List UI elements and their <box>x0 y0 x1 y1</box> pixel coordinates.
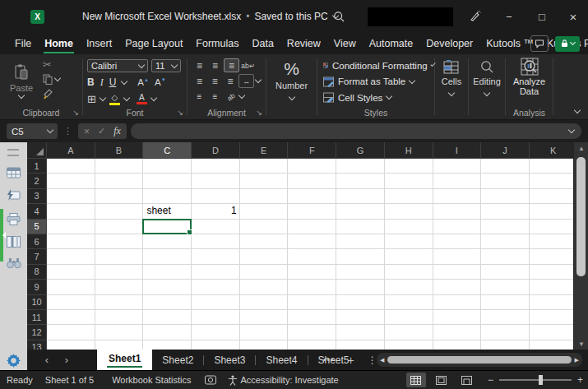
row-header-11[interactable]: 11 <box>27 310 47 325</box>
cell-F3[interactable] <box>288 189 336 204</box>
cell-K6[interactable] <box>530 234 573 249</box>
sheet-tab-sheet4[interactable]: Sheet4 <box>256 350 307 370</box>
format-painter-button[interactable] <box>43 89 60 100</box>
row-header-7[interactable]: 7 <box>27 249 47 264</box>
cell-A6[interactable] <box>47 234 95 249</box>
clipboard-dialog-launcher[interactable]: ↘ <box>72 109 79 117</box>
minimize-button[interactable]: − <box>493 0 525 33</box>
expand-formula-bar-chevron-icon[interactable] <box>568 127 575 133</box>
column-header-H[interactable]: H <box>385 142 433 159</box>
menu-tab-home[interactable]: Home <box>38 34 80 53</box>
cell-C7[interactable] <box>143 249 192 264</box>
bottom-align-button[interactable]: ≡ <box>224 58 239 72</box>
cell-D9[interactable] <box>192 280 240 294</box>
horizontal-scroll-thumb[interactable] <box>387 356 571 364</box>
cell-C13[interactable] <box>143 340 192 350</box>
page-break-view-button[interactable] <box>457 373 477 387</box>
column-header-J[interactable]: J <box>481 142 530 159</box>
cell-F13[interactable] <box>288 340 336 350</box>
cell-E5[interactable] <box>240 220 289 234</box>
align-right-button[interactable]: ≡ <box>224 75 238 87</box>
cell-E10[interactable] <box>240 295 289 310</box>
cell-D2[interactable] <box>192 174 240 188</box>
font-name-select[interactable]: Calibri <box>87 59 148 72</box>
middle-align-button[interactable]: ≡ <box>208 59 222 72</box>
cell-C11[interactable] <box>143 310 192 325</box>
menu-tab-review[interactable]: Review <box>280 34 327 53</box>
cell-J3[interactable] <box>481 189 530 204</box>
cell-J7[interactable] <box>481 249 530 264</box>
cell-I1[interactable] <box>433 159 482 174</box>
cell-G3[interactable] <box>336 189 385 204</box>
column-header-K[interactable]: K <box>530 142 573 159</box>
cell-H5[interactable] <box>385 220 433 234</box>
camera-icon[interactable] <box>205 375 216 385</box>
binoculars-pane-icon[interactable] <box>7 257 21 272</box>
cell-D3[interactable] <box>192 189 240 204</box>
cell-J12[interactable] <box>481 325 530 340</box>
cell-E11[interactable] <box>240 310 289 325</box>
row-header-9[interactable]: 9 <box>27 280 47 294</box>
cell-K9[interactable] <box>530 280 573 294</box>
cell-E4[interactable] <box>240 204 289 219</box>
chevron-down-icon[interactable] <box>255 76 262 83</box>
cell-H11[interactable] <box>385 310 433 325</box>
row-header-1[interactable]: 1 <box>27 159 47 174</box>
excel-app-icon[interactable]: X <box>30 10 44 24</box>
cell-K1[interactable] <box>530 159 573 174</box>
cell-C5[interactable] <box>143 220 192 234</box>
column-header-B[interactable]: B <box>95 142 144 159</box>
cell-K10[interactable] <box>530 295 573 310</box>
pen-icon[interactable] <box>469 10 481 25</box>
analyze-data-button[interactable]: Analyze Data <box>506 58 553 96</box>
cell-G8[interactable] <box>336 265 385 280</box>
cell-A13[interactable] <box>47 340 95 350</box>
previous-sheet-arrow[interactable]: ‹ <box>39 350 55 370</box>
zoom-slider[interactable] <box>499 379 572 381</box>
cell-I11[interactable] <box>433 310 482 325</box>
vertical-scrollbar[interactable]: ▲ ▼ <box>573 142 588 350</box>
cell-J13[interactable] <box>481 340 530 350</box>
bold-button[interactable]: B <box>87 76 95 88</box>
cell-E9[interactable] <box>240 280 289 294</box>
cell-E7[interactable] <box>240 249 289 264</box>
cell-H10[interactable] <box>385 295 433 310</box>
cell-B10[interactable] <box>95 295 144 310</box>
cell-E13[interactable] <box>240 340 289 350</box>
cell-B3[interactable] <box>95 189 144 204</box>
name-box[interactable]: C5 <box>7 123 58 139</box>
menu-tab-insert[interactable]: Insert <box>80 34 118 53</box>
cell-I7[interactable] <box>433 249 482 264</box>
cell-B13[interactable] <box>95 340 144 350</box>
cell-I10[interactable] <box>433 295 482 310</box>
align-left-button[interactable]: ≡ <box>192 75 206 87</box>
cell-K2[interactable] <box>530 174 573 188</box>
cell-A2[interactable] <box>47 174 95 188</box>
scroll-down-arrow[interactable]: ▼ <box>574 338 588 350</box>
printer-pane-icon[interactable] <box>7 213 21 229</box>
column-header-A[interactable]: A <box>47 142 95 159</box>
page-layout-view-button[interactable] <box>432 373 451 387</box>
cell-C4[interactable]: sheet <box>143 204 192 219</box>
cell-G1[interactable] <box>336 159 385 174</box>
cell-E12[interactable] <box>240 325 289 340</box>
new-sheet-button[interactable]: + <box>341 354 361 367</box>
cell-H2[interactable] <box>385 174 433 188</box>
cell-B11[interactable] <box>95 310 144 325</box>
cell-K5[interactable] <box>530 220 573 234</box>
number-group[interactable]: % Number <box>266 54 317 119</box>
cell-H7[interactable] <box>385 249 433 264</box>
increase-indent-button[interactable]: ≡ <box>208 90 222 103</box>
cell-K4[interactable] <box>530 204 573 219</box>
menu-tab-file[interactable]: File <box>8 34 38 53</box>
cell-A1[interactable] <box>47 159 95 174</box>
sheet-tab-sheet1[interactable]: Sheet1 <box>97 350 152 370</box>
gear-icon[interactable] <box>6 353 21 372</box>
more-sheets-button[interactable]: ••• <box>317 355 341 364</box>
cell-I4[interactable] <box>433 204 482 219</box>
column-header-I[interactable]: I <box>433 142 482 159</box>
chevron-down-icon[interactable] <box>100 94 106 100</box>
cell-B5[interactable] <box>95 220 144 234</box>
cell-H4[interactable] <box>385 204 433 219</box>
cell-G10[interactable] <box>336 295 385 310</box>
